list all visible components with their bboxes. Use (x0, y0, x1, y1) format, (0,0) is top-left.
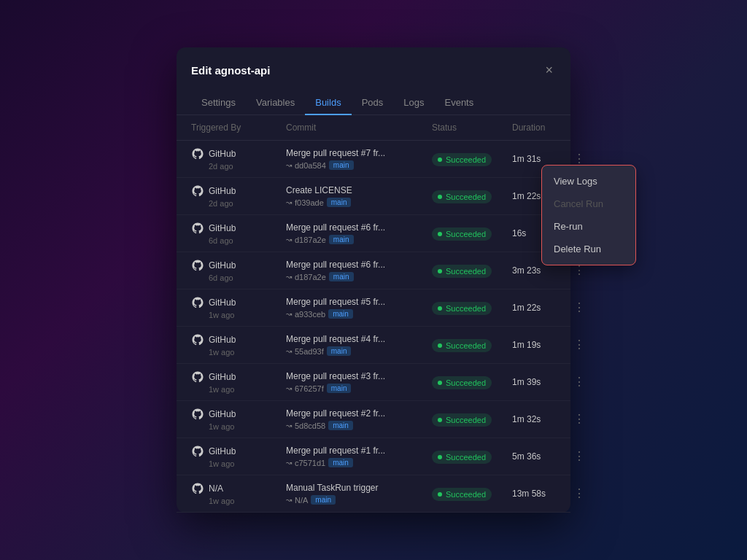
branch-badge: main (329, 160, 354, 170)
source-name: GitHub (209, 372, 236, 382)
commit-hash: N/A (295, 496, 308, 505)
commit-hash: dd0a584 (295, 161, 326, 170)
github-icon (191, 445, 204, 458)
table-row: GitHub 1w ago Merge pull request #2 fr..… (177, 401, 570, 438)
context-menu-cancel-run: Cancel Run (542, 192, 635, 215)
tab-events[interactable]: Events (434, 91, 484, 115)
source-name: GitHub (209, 149, 236, 159)
status-cell: Succeeded (432, 486, 512, 501)
triggered-by-cell: GitHub 6d ago (191, 222, 286, 245)
github-icon (191, 333, 204, 346)
table-row: GitHub 1w ago Merge pull request #3 fr..… (177, 364, 570, 401)
status-cell: Succeeded (432, 189, 512, 203)
arrow-icon: ↝ (286, 161, 292, 169)
source-name: GitHub (209, 223, 236, 233)
time-ago: 1w ago (191, 311, 286, 319)
status-badge: Succeeded (432, 488, 492, 501)
status-cell: Succeeded (432, 300, 512, 315)
tab-logs[interactable]: Logs (393, 91, 434, 115)
duration-cell: 5m 36s (512, 451, 570, 462)
time-ago: 6d ago (191, 273, 286, 282)
github-icon (191, 296, 204, 309)
commit-hash: a933ceb (295, 310, 325, 319)
github-icon (191, 184, 204, 198)
more-button[interactable]: ⋮ (570, 300, 588, 315)
duration-cell: 1m 39s (512, 377, 570, 387)
github-icon (191, 370, 204, 384)
status-text: Succeeded (446, 192, 486, 201)
close-button[interactable]: × (542, 61, 556, 79)
status-badge: Succeeded (432, 376, 492, 389)
commit-ref: ↝ N/A main (286, 495, 432, 505)
row-menu-wrap: ⋮ (570, 263, 592, 278)
row-menu-wrap: ⋮ View Logs Cancel Run Re-run Delete Run (570, 152, 592, 166)
context-menu-view-logs[interactable]: View Logs (542, 170, 635, 192)
triggered-by-cell: GitHub 1w ago (191, 370, 286, 394)
time-ago: 2d ago (191, 162, 286, 171)
commit-ref: ↝ c7571d1 main (286, 458, 432, 467)
status-text: Succeeded (446, 341, 486, 350)
context-menu-rerun[interactable]: Re-run (542, 215, 635, 238)
modal-title: Edit agnost-api (191, 64, 270, 77)
status-badge: Succeeded (432, 302, 492, 315)
duration-cell: 1m 31s (512, 154, 570, 164)
table-row: GitHub 2d ago Create LICENSE ↝ f039ade m… (177, 178, 570, 215)
source-name: GitHub (209, 335, 236, 345)
tab-variables[interactable]: Variables (246, 91, 305, 115)
tab-settings[interactable]: Settings (191, 91, 246, 115)
arrow-icon: ↝ (286, 496, 292, 504)
commit-ref: ↝ d187a2e main (286, 272, 432, 281)
triggered-by-cell: GitHub 1w ago (191, 333, 286, 357)
duration-cell: 1m 19s (512, 340, 570, 350)
commit-ref: ↝ 676257f main (286, 384, 432, 393)
commit-ref: ↝ f039ade main (286, 198, 432, 207)
commit-cell: Merge pull request #6 fr... ↝ d187a2e ma… (286, 260, 432, 281)
source-wrap: GitHub (191, 296, 286, 309)
commit-hash: 55ad93f (295, 347, 324, 356)
source-wrap: GitHub (191, 147, 286, 160)
commit-ref: ↝ a933ceb main (286, 309, 432, 319)
tab-bar: Settings Variables Builds Pods Logs Even… (177, 82, 570, 115)
col-triggered-by: Triggered By (191, 122, 286, 133)
commit-message: Create LICENSE (286, 185, 425, 195)
context-menu-delete-run[interactable]: Delete Run (542, 238, 635, 260)
status-text: Succeeded (446, 267, 486, 276)
more-button[interactable]: ⋮ (570, 375, 588, 389)
more-button[interactable]: ⋮ (570, 449, 588, 464)
branch-badge: main (329, 235, 354, 244)
time-ago: 1w ago (191, 459, 286, 468)
col-commit: Commit (286, 122, 432, 133)
status-cell: Succeeded (432, 412, 512, 427)
more-button[interactable]: ⋮ (570, 152, 588, 166)
more-button[interactable]: ⋮ (570, 263, 588, 278)
status-cell: Succeeded (432, 338, 512, 352)
source-wrap: GitHub (191, 370, 286, 384)
col-actions (570, 122, 592, 133)
table-body: GitHub 2d ago Merge pull request #7 fr..… (177, 141, 570, 513)
source-wrap: GitHub (191, 408, 286, 421)
time-ago: 1w ago (191, 385, 286, 394)
status-text: Succeeded (446, 490, 486, 499)
row-menu-wrap: ⋮ (570, 338, 592, 352)
col-duration: Duration (512, 122, 570, 133)
tab-builds[interactable]: Builds (305, 91, 351, 115)
more-button[interactable]: ⋮ (570, 338, 588, 352)
status-dot (438, 418, 442, 422)
status-badge: Succeeded (432, 228, 492, 241)
source-name: GitHub (209, 409, 236, 419)
triggered-by-cell: GitHub 1w ago (191, 296, 286, 319)
triggered-by-cell: GitHub 1w ago (191, 445, 286, 468)
status-text: Succeeded (446, 230, 486, 238)
table-row: GitHub 6d ago Merge pull request #6 fr..… (177, 252, 570, 289)
source-wrap: N/A (191, 482, 286, 495)
more-button[interactable]: ⋮ (570, 412, 588, 427)
triggered-by-cell: GitHub 6d ago (191, 259, 286, 282)
tab-pods[interactable]: Pods (352, 91, 394, 115)
branch-badge: main (327, 198, 352, 207)
more-button[interactable]: ⋮ (570, 486, 588, 501)
time-ago: 1w ago (191, 497, 286, 505)
duration-cell: 1m 32s (512, 414, 570, 424)
status-text: Succeeded (446, 453, 486, 462)
status-cell: Succeeded (432, 263, 512, 278)
commit-message: Merge pull request #7 fr... (286, 148, 425, 158)
